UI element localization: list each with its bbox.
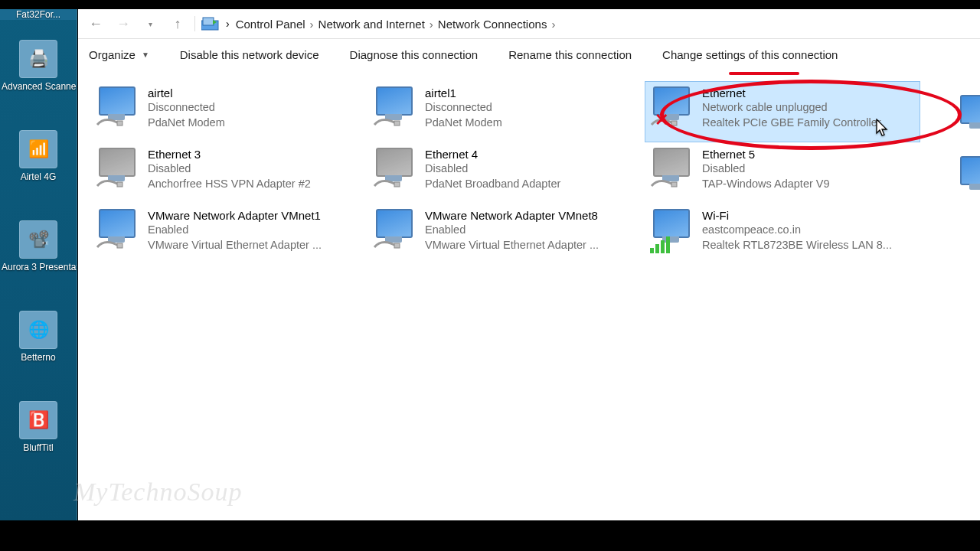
up-button[interactable]: ↑ <box>167 13 188 34</box>
shortcut-icon: 🌐 <box>19 311 57 349</box>
connection-name: Wi-Fi <box>702 209 912 222</box>
wifi-signal-icon <box>650 236 671 253</box>
desktop-area: 🗄️Fat32For...🖨️Advanced Scanner📶Airtel 4… <box>0 9 77 520</box>
shortcut-icon: 📶 <box>19 130 57 168</box>
connection-device: VMware Virtual Ethernet Adapter ... <box>148 237 358 253</box>
desktop-shortcut[interactable]: 📶Airtel 4G <box>0 130 77 213</box>
cable-icon <box>373 116 400 128</box>
connection-item[interactable]: airtelDisconnectedPdaNet Modem <box>90 81 366 142</box>
connection-item[interactable]: Ethernet 4DisabledPdaNet Broadband Adapt… <box>368 142 643 204</box>
overflow-connections <box>957 95 980 217</box>
connection-device: TAP-Windows Adapter V9 <box>702 176 912 191</box>
connection-status: eastcompeace.co.in <box>702 222 912 237</box>
desktop-shortcut[interactable]: 🗄️Fat32For... <box>0 9 77 32</box>
crumb-network-internet[interactable]: Network and Internet <box>318 18 425 31</box>
explorer-window: ← → ▾ ↑ › Control Panel › Network and In… <box>78 9 980 520</box>
recent-dropdown[interactable]: ▾ <box>139 13 161 34</box>
connection-item[interactable]: VMware Network Adapter VMnet1EnabledVMwa… <box>90 204 366 265</box>
connection-device: PdaNet Broadband Adapter <box>425 176 635 191</box>
forward-button[interactable]: → <box>112 13 133 34</box>
cable-icon <box>373 177 400 189</box>
shortcut-label: Advanced Scanner <box>0 81 77 92</box>
connection-status: Disabled <box>702 161 912 176</box>
separator <box>194 16 195 31</box>
svg-rect-1 <box>203 18 214 25</box>
crumb-network-connections[interactable]: Network Connections <box>438 18 547 31</box>
shortcut-label: Airtel 4G <box>0 171 77 182</box>
error-x-icon: ✕ <box>655 112 670 128</box>
connection-status: Disabled <box>425 161 635 176</box>
connection-name: Ethernet 4 <box>425 148 635 161</box>
cable-icon <box>96 116 123 128</box>
desktop-shortcut[interactable]: 🖨️Advanced Scanner <box>0 40 77 122</box>
annotation-underline <box>729 72 799 75</box>
letterbox-top <box>0 0 980 9</box>
connection-item[interactable]: VMware Network Adapter VMnet8EnabledVMwa… <box>368 204 643 265</box>
shortcut-label: BluffTitl <box>0 442 77 453</box>
connection-item[interactable]: Wi-Fieastcompeace.co.inRealtek RTL8723BE… <box>645 204 920 265</box>
connection-name: airtel1 <box>425 86 635 99</box>
connection-name: VMware Network Adapter VMnet1 <box>148 209 358 222</box>
desktop-shortcut[interactable]: 🅱️BluffTitl <box>0 401 77 484</box>
connection-status: Disabled <box>148 161 358 176</box>
organize-label: Organize <box>89 48 136 61</box>
rename-button[interactable]: Rename this connection <box>508 48 632 61</box>
breadcrumb-sep: › <box>551 18 555 31</box>
chevron-down-icon: ▼ <box>142 51 149 59</box>
diagnose-button[interactable]: Diagnose this connection <box>350 48 479 61</box>
svg-rect-4 <box>671 121 677 126</box>
breadcrumb-sep: › <box>226 18 230 30</box>
connection-name: Ethernet 3 <box>148 148 358 161</box>
connection-status: Enabled <box>148 222 358 237</box>
connection-name: airtel <box>148 86 358 99</box>
connection-status: Enabled <box>425 222 635 237</box>
letterbox-bottom <box>0 520 980 551</box>
svg-rect-3 <box>394 121 400 126</box>
connection-device: Realtek PCIe GBE Family Controller <box>702 115 912 130</box>
crumb-control-panel[interactable]: Control Panel <box>236 18 305 31</box>
connection-status: Disconnected <box>148 99 358 115</box>
connection-item[interactable]: airtel1DisconnectedPdaNet Modem <box>368 81 643 142</box>
watermark: MyTechnoSoup <box>74 478 242 507</box>
shortcut-label: Aurora 3 Presentat <box>0 262 77 272</box>
organize-menu[interactable]: Organize ▼ <box>89 48 149 61</box>
address-bar: ← → ▾ ↑ › Control Panel › Network and In… <box>78 9 980 39</box>
back-button[interactable]: ← <box>84 13 106 34</box>
breadcrumb-sep: › <box>430 18 433 31</box>
disable-device-button[interactable]: Disable this network device <box>180 48 319 61</box>
shortcut-label: Fat32For... <box>0 9 77 20</box>
connection-item[interactable]: Ethernet 5DisabledTAP-Windows Adapter V9 <box>645 142 920 204</box>
cable-icon <box>96 177 123 189</box>
shortcut-icon: 📽️ <box>19 220 57 259</box>
connection-name: Ethernet 5 <box>702 148 912 161</box>
connection-item[interactable]: Ethernet 3DisabledAnchorfree HSS VPN Ada… <box>90 142 366 204</box>
connection-name: VMware Network Adapter VMnet8 <box>425 209 635 222</box>
desktop-shortcut[interactable]: 🌐Betterno <box>0 311 77 393</box>
shortcut-icon: 🅱️ <box>19 401 57 439</box>
connection-name: Ethernet <box>702 86 912 99</box>
svg-rect-8 <box>117 243 122 248</box>
svg-rect-2 <box>117 121 122 126</box>
change-settings-button[interactable]: Change settings of this connection <box>662 48 838 61</box>
svg-rect-9 <box>394 243 400 248</box>
shortcut-icon: 🖨️ <box>19 40 57 78</box>
location-icon <box>201 16 220 31</box>
cable-icon <box>650 177 678 189</box>
command-bar: Organize ▼ Disable this network device D… <box>78 39 980 70</box>
svg-rect-5 <box>117 182 122 187</box>
cable-icon <box>373 238 400 250</box>
connection-item[interactable]: ✕EthernetNetwork cable unpluggedRealtek … <box>645 81 920 142</box>
connection-status: Disconnected <box>425 99 635 115</box>
breadcrumb: Control Panel › Network and Internet › N… <box>236 18 556 31</box>
cable-icon <box>96 238 123 250</box>
breadcrumb-sep: › <box>310 18 314 31</box>
shortcut-label: Betterno <box>0 352 77 363</box>
connections-panel: airtelDisconnectedPdaNet Modemairtel1Dis… <box>78 69 980 520</box>
svg-rect-6 <box>394 182 400 187</box>
connection-device: Anchorfree HSS VPN Adapter #2 <box>148 176 358 191</box>
connection-device: PdaNet Modem <box>148 115 358 130</box>
desktop-shortcut[interactable]: 📽️Aurora 3 Presentat <box>0 220 77 303</box>
connection-device: VMware Virtual Ethernet Adapter ... <box>425 237 635 253</box>
connection-status: Network cable unplugged <box>702 99 912 115</box>
connection-device: PdaNet Modem <box>425 115 635 130</box>
